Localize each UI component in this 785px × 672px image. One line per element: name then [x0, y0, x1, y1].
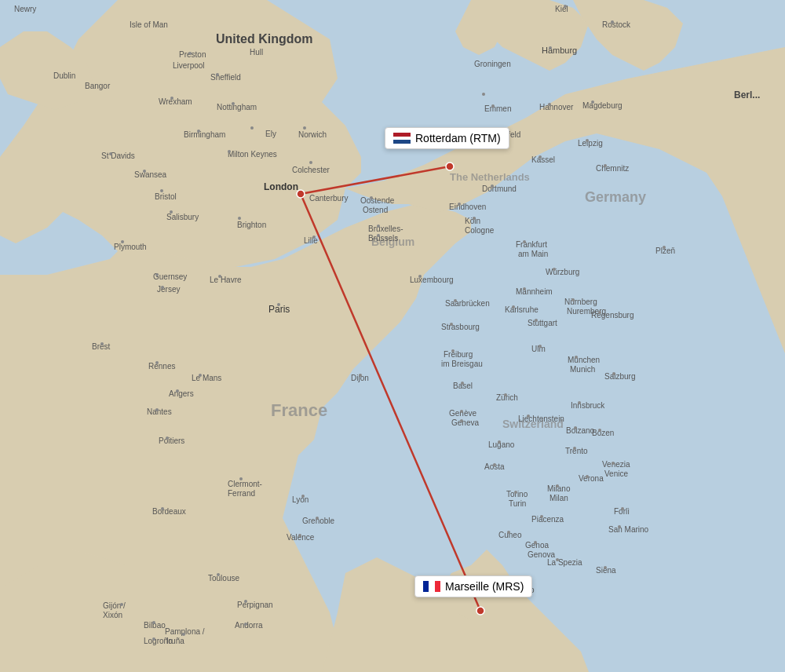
svg-text:Angers: Angers	[169, 389, 194, 398]
svg-text:Ferrand: Ferrand	[228, 489, 255, 498]
svg-text:Rostock: Rostock	[602, 20, 631, 29]
svg-text:Xixón: Xixón	[103, 611, 122, 619]
svg-text:Clermont-: Clermont-	[228, 480, 262, 488]
svg-text:Eindhoven: Eindhoven	[449, 203, 486, 211]
svg-point-225	[586, 139, 589, 142]
svg-text:Bozen: Bozen	[592, 429, 614, 437]
svg-text:Ulm: Ulm	[531, 345, 546, 353]
svg-point-217	[586, 475, 589, 478]
svg-text:Colchester: Colchester	[292, 166, 330, 174]
svg-text:München: München	[568, 356, 600, 364]
svg-point-226	[604, 164, 607, 167]
svg-point-216	[556, 484, 559, 488]
svg-text:Bristol: Bristol	[155, 192, 177, 201]
svg-text:Guernsey: Guernsey	[153, 272, 187, 281]
svg-point-152	[155, 361, 159, 364]
svg-text:Luxembourg: Luxembourg	[410, 276, 454, 284]
svg-text:Milan: Milan	[550, 494, 568, 502]
svg-text:Stuttgart: Stuttgart	[528, 319, 557, 327]
svg-text:United Kingdom: United Kingdom	[216, 32, 313, 46]
svg-point-194	[591, 100, 594, 104]
svg-text:Ely: Ely	[265, 130, 276, 138]
svg-point-186	[493, 463, 496, 466]
svg-point-166	[152, 621, 155, 624]
svg-text:Ostend: Ostend	[363, 206, 388, 214]
svg-text:Oostende: Oostende	[360, 196, 395, 205]
svg-text:Logroño: Logroño	[144, 637, 173, 645]
svg-point-173	[377, 234, 380, 237]
svg-text:Freiburg: Freiburg	[444, 350, 473, 359]
svg-text:im Breisgau: im Breisgau	[441, 360, 483, 368]
svg-text:am Main: am Main	[518, 250, 548, 258]
svg-text:Salisbury: Salisbury	[166, 213, 199, 221]
svg-point-153	[199, 374, 202, 377]
svg-point-149	[155, 273, 159, 276]
svg-text:Toulouse: Toulouse	[208, 574, 239, 583]
svg-text:Saarbrücken: Saarbrücken	[445, 299, 490, 308]
svg-point-187	[482, 93, 485, 96]
svg-text:Venice: Venice	[604, 469, 628, 478]
svg-text:La Spezia: La Spezia	[547, 558, 582, 567]
svg-point-171	[312, 236, 316, 239]
svg-point-207	[575, 356, 578, 359]
svg-text:Lugano: Lugano	[488, 440, 515, 449]
svg-point-137	[232, 102, 235, 105]
svg-point-178	[451, 349, 455, 352]
svg-point-158	[239, 477, 243, 480]
svg-text:Isle of Man: Isle of Man	[130, 20, 168, 29]
svg-point-228	[297, 190, 305, 198]
svg-point-191	[491, 184, 494, 188]
svg-point-164	[244, 623, 247, 626]
svg-text:Genoa: Genoa	[525, 541, 549, 550]
svg-point-220	[556, 558, 559, 561]
netherlands-flag	[393, 133, 411, 144]
svg-point-183	[504, 393, 507, 396]
svg-point-195	[549, 46, 552, 49]
svg-point-229	[446, 163, 454, 170]
svg-text:Bangor: Bangor	[85, 82, 111, 90]
svg-text:Lille: Lille	[304, 236, 318, 245]
svg-text:Dortmund: Dortmund	[482, 184, 517, 193]
svg-text:Mannheim: Mannheim	[516, 287, 553, 296]
svg-point-209	[578, 401, 581, 404]
marseille-label-text: Marseille (MRS)	[445, 580, 524, 593]
svg-point-145	[160, 189, 163, 192]
svg-point-151	[100, 342, 104, 345]
svg-text:Germany: Germany	[585, 189, 646, 205]
svg-point-210	[574, 426, 577, 429]
svg-text:Hull: Hull	[250, 48, 263, 57]
svg-text:Nürnberg: Nürnberg	[564, 298, 597, 306]
svg-point-162	[217, 573, 220, 576]
svg-point-142	[309, 161, 312, 164]
svg-point-150	[161, 286, 164, 289]
svg-point-146	[170, 210, 173, 214]
svg-point-157	[161, 507, 164, 510]
svg-text:Frankfurt: Frankfurt	[516, 240, 547, 249]
svg-point-218	[612, 462, 615, 465]
svg-text:Perpignan: Perpignan	[237, 601, 273, 609]
svg-text:Torino: Torino	[506, 490, 528, 499]
svg-point-184	[527, 415, 530, 418]
svg-point-193	[548, 103, 551, 106]
svg-text:Cologne: Cologne	[465, 226, 495, 235]
svg-point-182	[460, 419, 463, 422]
svg-point-203	[598, 311, 601, 314]
svg-point-143	[109, 152, 112, 155]
svg-text:Andorra: Andorra	[235, 621, 263, 630]
svg-text:Verona: Verona	[579, 474, 604, 483]
svg-point-159	[301, 495, 305, 498]
svg-text:Geneva: Geneva	[451, 418, 479, 427]
svg-text:Emmen: Emmen	[484, 104, 511, 113]
svg-point-176	[454, 299, 457, 302]
svg-text:Munich: Munich	[570, 365, 595, 374]
svg-point-172	[377, 225, 380, 228]
svg-point-140	[303, 126, 306, 130]
svg-point-206	[512, 305, 515, 309]
svg-point-168	[152, 637, 155, 641]
map-svg: United Kingdom Isle of Man Preston Liver…	[0, 0, 785, 672]
svg-text:Karlsruhe: Karlsruhe	[505, 305, 539, 314]
svg-text:Birmingham: Birmingham	[184, 130, 225, 139]
svg-text:Bruxelles-: Bruxelles-	[368, 225, 403, 233]
rotterdam-label-text: Rotterdam (RTM)	[415, 132, 501, 144]
svg-text:Piacenza: Piacenza	[531, 515, 564, 524]
